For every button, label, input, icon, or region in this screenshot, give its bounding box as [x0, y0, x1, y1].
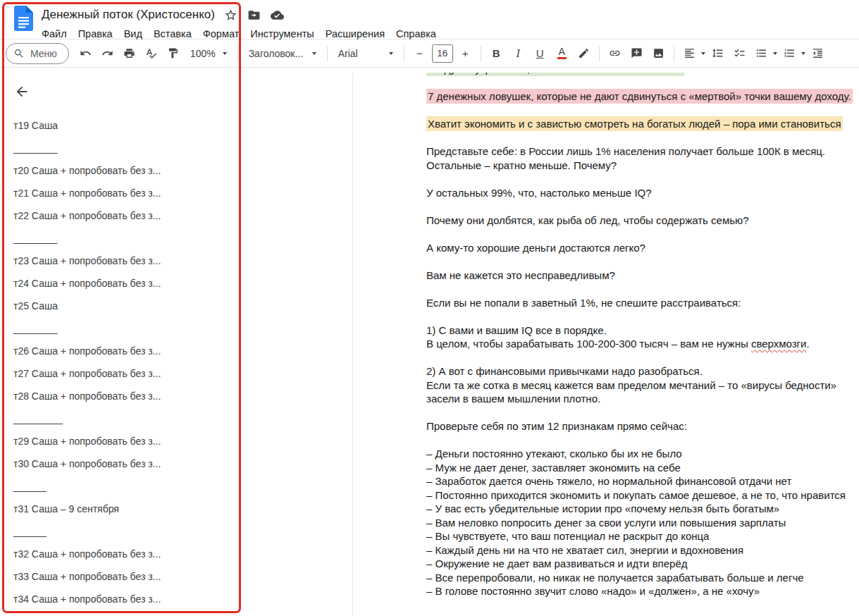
menu-tools[interactable]: Инструменты: [245, 26, 319, 42]
doc-line: зайдут внутрь поста, чтобы не оказаться …: [426, 73, 849, 76]
menu-help[interactable]: Справка: [390, 26, 442, 42]
chevron-down-icon: [701, 52, 705, 55]
menu-view[interactable]: Вид: [118, 26, 148, 42]
font-size-input[interactable]: 16: [432, 44, 453, 63]
outline-item[interactable]: т29 Саша + попробовать без з...: [0, 430, 352, 452]
outline-item[interactable]: т19 Саша: [0, 114, 352, 137]
zoom-select[interactable]: 100%: [185, 44, 232, 63]
outline-item[interactable]: т23 Саша + попробовать без з...: [0, 250, 352, 272]
image-icon: [653, 47, 665, 59]
outline-divider-item[interactable]: ________: [0, 227, 352, 250]
document-title[interactable]: Денежный поток (Христосенко): [42, 8, 215, 22]
redo-icon: [101, 47, 113, 59]
menu-format[interactable]: Формат: [197, 26, 245, 42]
zoom-value: 100%: [190, 48, 216, 59]
spellcheck-button[interactable]: [142, 44, 161, 63]
undo-button[interactable]: [76, 44, 95, 63]
title-row: Денежный поток (Христосенко): [42, 5, 848, 25]
add-comment-button[interactable]: [627, 44, 646, 63]
cloud-status-icon[interactable]: [271, 8, 285, 22]
print-button[interactable]: [120, 44, 139, 63]
checklist-icon: [734, 47, 746, 59]
menu-file[interactable]: Файл: [36, 26, 73, 42]
doc-line: – Заработок дается очень тяжело, но норм…: [426, 474, 849, 488]
checklist-button[interactable]: [730, 44, 749, 63]
star-icon[interactable]: [224, 8, 238, 22]
toolbar-separator: [237, 46, 238, 61]
plus-icon: +: [462, 47, 469, 59]
header-main: Денежный поток (Христосенко) Файл Правка…: [42, 5, 848, 39]
paragraph: Вам не кажется это несправедливым?: [426, 269, 849, 283]
outline-item[interactable]: т20 Саша + попробовать без з...: [0, 159, 352, 182]
bullet-list-button[interactable]: [750, 44, 779, 63]
doc-line: А кому-то хорошие деньги достаются легко…: [426, 241, 849, 255]
outline-item[interactable]: т32 Саша + попробовать без з...: [0, 543, 352, 565]
outline-item[interactable]: т26 Саша + попробовать без з...: [0, 340, 352, 362]
menu-extensions[interactable]: Расширения: [320, 26, 390, 42]
font-size-decrease-button[interactable]: −: [410, 44, 429, 63]
doc-line: – Вы чувствуете, что ваш потенциал не ра…: [426, 529, 849, 543]
menu-search-button[interactable]: Меню: [6, 43, 69, 64]
underline-button[interactable]: U: [531, 44, 550, 63]
numbered-list-button[interactable]: [779, 44, 807, 63]
doc-line: Проверьте себя по этим 12 признакам прям…: [426, 419, 849, 433]
numbered-list-icon: [780, 44, 799, 63]
paint-format-button[interactable]: [163, 44, 183, 63]
outline-item[interactable]: т33 Саша + попробовать без з...: [0, 565, 352, 588]
outline-item[interactable]: т22 Саша + попробовать без з...: [0, 204, 352, 227]
docs-logo-icon[interactable]: [14, 6, 33, 39]
outline-divider-item[interactable]: _________: [0, 407, 352, 430]
menu-bar: Файл Правка Вид Вставка Формат Инструмен…: [36, 25, 848, 43]
paragraph: Если вы не попали в заветный 1%, не спеш…: [426, 296, 849, 310]
outline-item[interactable]: т21 Саша + попробовать без з...: [0, 182, 352, 204]
paragraph: – Деньги постоянно утекают, сколько бы и…: [426, 447, 849, 598]
doc-line: 2) А вот с финансовыми привычками надо р…: [426, 364, 849, 378]
font-size-increase-button[interactable]: +: [456, 44, 475, 63]
misspelled-word: сверхмозги: [751, 338, 807, 350]
chevron-down-icon: [801, 52, 805, 55]
insert-image-button[interactable]: [649, 44, 668, 63]
chevron-down-icon: [773, 52, 777, 55]
paragraph: Хватит экономить и с завистью смотреть н…: [426, 117, 849, 131]
paragraph: Проверьте себя по этим 12 признакам прям…: [426, 419, 849, 433]
outline-item[interactable]: т30 Саша + попробовать без з...: [0, 452, 352, 475]
outline-item[interactable]: т25 Саша: [0, 295, 352, 317]
outline-divider-item[interactable]: ______: [0, 520, 352, 543]
outline-item[interactable]: т31 Саша – 9 сентября: [0, 498, 352, 520]
bold-button[interactable]: B: [487, 44, 506, 63]
outline-divider-item[interactable]: ________: [0, 137, 352, 159]
menu-insert[interactable]: Вставка: [148, 26, 197, 42]
highlight-color-button[interactable]: [574, 44, 593, 63]
doc-line: Вам не кажется это несправедливым?: [426, 269, 849, 283]
italic-button[interactable]: I: [509, 44, 528, 63]
doc-line: У остальных 99%, что, настолько меньше I…: [426, 186, 849, 200]
menu-search-label: Меню: [30, 48, 57, 59]
bullet-list-icon: [752, 44, 771, 63]
outline-divider-item[interactable]: ______: [0, 475, 352, 498]
outline-item[interactable]: т27 Саша + попробовать без з...: [0, 362, 352, 385]
move-folder-icon[interactable]: [247, 8, 261, 22]
back-arrow-icon[interactable]: [13, 82, 31, 101]
insert-link-button[interactable]: [605, 44, 624, 63]
outline-item[interactable]: т24 Саша + попробовать без з...: [0, 272, 352, 295]
outline-panel: т19 Саша________т20 Саша + попробовать б…: [0, 73, 352, 616]
print-icon: [123, 47, 135, 59]
outline-item[interactable]: т28 Саша + попробовать без з...: [0, 385, 352, 407]
document-canvas[interactable]: зайдут внутрь поста, чтобы не оказаться …: [352, 73, 859, 616]
align-button[interactable]: [679, 44, 707, 63]
line-spacing-button[interactable]: [708, 44, 727, 63]
outline-item[interactable]: т34 Саша + попробовать без з...: [0, 588, 352, 610]
paint-roller-icon: [167, 47, 179, 59]
styles-select[interactable]: Заголовок...: [244, 44, 321, 63]
text-color-icon: A: [557, 47, 567, 59]
font-select[interactable]: Arial: [333, 44, 398, 63]
link-icon: [609, 47, 621, 59]
doc-line: – Постоянно приходится экономить и покуп…: [426, 488, 849, 503]
indent-decrease-button[interactable]: [808, 44, 827, 63]
outline-divider-item[interactable]: ________: [0, 317, 352, 340]
text-color-button[interactable]: A: [552, 44, 571, 63]
add-comment-icon: [631, 47, 643, 59]
redo-button[interactable]: [98, 44, 117, 63]
doc-line: – Деньги постоянно утекают, сколько бы и…: [426, 447, 849, 461]
menu-edit[interactable]: Правка: [73, 26, 118, 42]
